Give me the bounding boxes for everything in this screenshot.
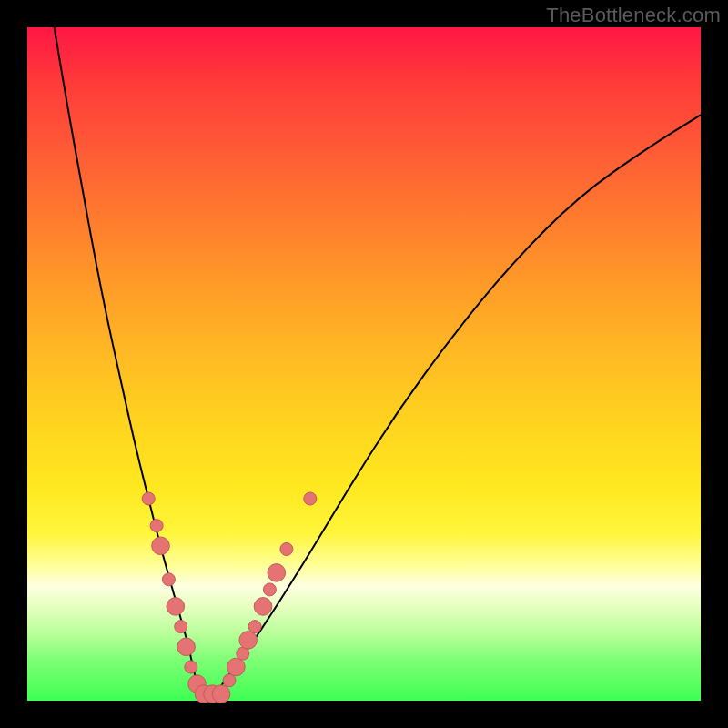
data-marker xyxy=(304,492,317,505)
data-marker xyxy=(248,621,261,633)
data-marker xyxy=(228,658,246,676)
data-marker xyxy=(142,492,155,505)
plot-area xyxy=(27,27,701,701)
bottleneck-curve xyxy=(55,27,701,694)
data-marker xyxy=(185,661,197,673)
data-marker xyxy=(152,537,170,555)
data-marker xyxy=(254,598,272,616)
data-marker xyxy=(263,583,276,596)
data-marker xyxy=(177,638,196,656)
chart-frame: TheBottleneck.com xyxy=(0,0,728,728)
data-marker xyxy=(162,573,175,586)
data-marker xyxy=(239,632,258,650)
watermark-text: TheBottleneck.com xyxy=(546,4,721,27)
data-markers xyxy=(142,492,317,703)
data-marker xyxy=(167,598,185,616)
data-marker xyxy=(280,543,293,556)
data-marker xyxy=(268,564,286,582)
data-marker xyxy=(212,685,230,703)
data-marker xyxy=(175,621,187,633)
chart-svg xyxy=(27,27,701,701)
data-marker xyxy=(150,520,163,532)
